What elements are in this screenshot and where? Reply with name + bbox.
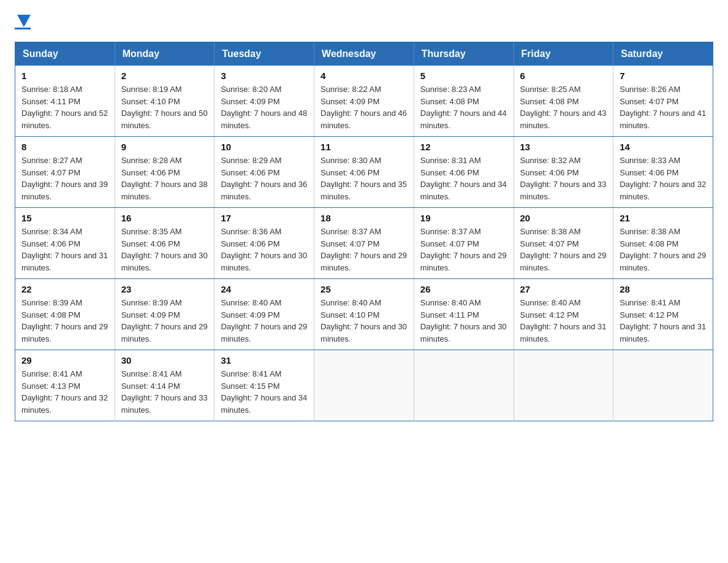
calendar-cell: 28 Sunrise: 8:41 AM Sunset: 4:12 PM Dayl…: [613, 279, 713, 350]
day-number: 12: [420, 142, 507, 152]
day-number: 13: [520, 142, 607, 152]
calendar-cell: 25 Sunrise: 8:40 AM Sunset: 4:10 PM Dayl…: [314, 279, 414, 350]
day-info: Sunrise: 8:40 AM Sunset: 4:09 PM Dayligh…: [221, 297, 308, 345]
day-number: 8: [21, 142, 108, 152]
logo-underline: [15, 28, 31, 29]
day-info: Sunrise: 8:23 AM Sunset: 4:08 PM Dayligh…: [420, 83, 507, 131]
day-info: Sunrise: 8:37 AM Sunset: 4:07 PM Dayligh…: [420, 226, 507, 274]
day-info: Sunrise: 8:40 AM Sunset: 4:11 PM Dayligh…: [420, 297, 507, 345]
day-number: 26: [420, 284, 507, 294]
day-header-friday: Friday: [514, 42, 613, 66]
calendar-cell: 16 Sunrise: 8:35 AM Sunset: 4:06 PM Dayl…: [115, 208, 214, 279]
day-header-monday: Monday: [115, 42, 214, 66]
calendar-cell: 1 Sunrise: 8:18 AM Sunset: 4:11 PM Dayli…: [15, 66, 115, 137]
calendar-cell: 24 Sunrise: 8:40 AM Sunset: 4:09 PM Dayl…: [214, 279, 314, 350]
calendar-cell: 23 Sunrise: 8:39 AM Sunset: 4:09 PM Dayl…: [115, 279, 214, 350]
day-number: 23: [121, 284, 208, 294]
day-number: 22: [21, 284, 108, 294]
day-info: Sunrise: 8:26 AM Sunset: 4:07 PM Dayligh…: [620, 83, 707, 131]
day-info: Sunrise: 8:29 AM Sunset: 4:06 PM Dayligh…: [221, 155, 308, 202]
day-number: 16: [121, 213, 208, 223]
day-info: Sunrise: 8:30 AM Sunset: 4:06 PM Dayligh…: [320, 155, 408, 202]
day-header-thursday: Thursday: [414, 42, 514, 66]
day-number: 25: [320, 284, 408, 294]
day-number: 2: [121, 71, 208, 81]
day-number: 6: [520, 71, 607, 81]
day-info: Sunrise: 8:35 AM Sunset: 4:06 PM Dayligh…: [121, 226, 208, 274]
day-number: 14: [620, 142, 707, 152]
day-number: 7: [620, 71, 707, 81]
calendar-cell: 11 Sunrise: 8:30 AM Sunset: 4:06 PM Dayl…: [314, 137, 414, 208]
day-info: Sunrise: 8:33 AM Sunset: 4:06 PM Dayligh…: [620, 155, 707, 202]
day-number: 17: [221, 213, 308, 223]
svg-marker-0: [17, 15, 31, 27]
day-info: Sunrise: 8:40 AM Sunset: 4:12 PM Dayligh…: [520, 297, 607, 345]
calendar-cell: 3 Sunrise: 8:20 AM Sunset: 4:09 PM Dayli…: [214, 66, 314, 137]
calendar-cell: [514, 350, 613, 421]
day-number: 18: [320, 213, 408, 223]
day-info: Sunrise: 8:22 AM Sunset: 4:09 PM Dayligh…: [320, 83, 408, 131]
calendar-cell: 12 Sunrise: 8:31 AM Sunset: 4:06 PM Dayl…: [414, 137, 514, 208]
calendar-cell: [414, 350, 514, 421]
calendar-cell: 2 Sunrise: 8:19 AM Sunset: 4:10 PM Dayli…: [115, 66, 214, 137]
calendar-cell: 9 Sunrise: 8:28 AM Sunset: 4:06 PM Dayli…: [115, 137, 214, 208]
day-info: Sunrise: 8:41 AM Sunset: 4:13 PM Dayligh…: [21, 368, 108, 416]
calendar-week-row: 1 Sunrise: 8:18 AM Sunset: 4:11 PM Dayli…: [15, 66, 713, 137]
calendar-cell: 21 Sunrise: 8:38 AM Sunset: 4:08 PM Dayl…: [613, 208, 713, 279]
calendar-cell: 31 Sunrise: 8:41 AM Sunset: 4:15 PM Dayl…: [214, 350, 314, 421]
calendar-cell: 18 Sunrise: 8:37 AM Sunset: 4:07 PM Dayl…: [314, 208, 414, 279]
day-number: 30: [121, 355, 208, 366]
calendar-cell: 10 Sunrise: 8:29 AM Sunset: 4:06 PM Dayl…: [214, 137, 314, 208]
day-number: 9: [121, 142, 208, 152]
day-info: Sunrise: 8:36 AM Sunset: 4:06 PM Dayligh…: [221, 226, 308, 274]
calendar-cell: 15 Sunrise: 8:34 AM Sunset: 4:06 PM Dayl…: [15, 208, 115, 279]
calendar-cell: 29 Sunrise: 8:41 AM Sunset: 4:13 PM Dayl…: [15, 350, 115, 421]
calendar-cell: [613, 350, 713, 421]
calendar-cell: 22 Sunrise: 8:39 AM Sunset: 4:08 PM Dayl…: [15, 279, 115, 350]
calendar-cell: 4 Sunrise: 8:22 AM Sunset: 4:09 PM Dayli…: [314, 66, 414, 137]
calendar-cell: 19 Sunrise: 8:37 AM Sunset: 4:07 PM Dayl…: [414, 208, 514, 279]
page-header: [15, 15, 713, 29]
day-info: Sunrise: 8:41 AM Sunset: 4:12 PM Dayligh…: [620, 297, 707, 345]
logo: [15, 15, 31, 29]
day-header-saturday: Saturday: [613, 42, 713, 66]
day-info: Sunrise: 8:40 AM Sunset: 4:10 PM Dayligh…: [320, 297, 408, 345]
day-info: Sunrise: 8:32 AM Sunset: 4:06 PM Dayligh…: [520, 155, 607, 202]
day-number: 4: [320, 71, 408, 81]
calendar-cell: 27 Sunrise: 8:40 AM Sunset: 4:12 PM Dayl…: [514, 279, 613, 350]
day-info: Sunrise: 8:25 AM Sunset: 4:08 PM Dayligh…: [520, 83, 607, 131]
day-info: Sunrise: 8:27 AM Sunset: 4:07 PM Dayligh…: [21, 155, 108, 202]
day-number: 31: [221, 355, 308, 366]
calendar-cell: 17 Sunrise: 8:36 AM Sunset: 4:06 PM Dayl…: [214, 208, 314, 279]
day-header-tuesday: Tuesday: [214, 42, 314, 66]
day-number: 28: [620, 284, 707, 294]
calendar-cell: [314, 350, 414, 421]
calendar-week-row: 22 Sunrise: 8:39 AM Sunset: 4:08 PM Dayl…: [15, 279, 713, 350]
day-info: Sunrise: 8:28 AM Sunset: 4:06 PM Dayligh…: [121, 155, 208, 202]
day-number: 20: [520, 213, 607, 223]
day-info: Sunrise: 8:39 AM Sunset: 4:09 PM Dayligh…: [121, 297, 208, 345]
calendar-cell: 20 Sunrise: 8:38 AM Sunset: 4:07 PM Dayl…: [514, 208, 613, 279]
day-info: Sunrise: 8:19 AM Sunset: 4:10 PM Dayligh…: [121, 83, 208, 131]
day-info: Sunrise: 8:38 AM Sunset: 4:08 PM Dayligh…: [620, 226, 707, 274]
day-info: Sunrise: 8:41 AM Sunset: 4:15 PM Dayligh…: [221, 368, 308, 416]
calendar-header-row: SundayMondayTuesdayWednesdayThursdayFrid…: [15, 42, 713, 66]
day-number: 29: [21, 355, 108, 366]
day-number: 21: [620, 213, 707, 223]
calendar-week-row: 15 Sunrise: 8:34 AM Sunset: 4:06 PM Dayl…: [15, 208, 713, 279]
day-number: 19: [420, 213, 507, 223]
day-number: 15: [21, 213, 108, 223]
day-info: Sunrise: 8:20 AM Sunset: 4:09 PM Dayligh…: [221, 83, 308, 131]
day-number: 1: [21, 71, 108, 81]
day-number: 5: [420, 71, 507, 81]
calendar-cell: 30 Sunrise: 8:41 AM Sunset: 4:14 PM Dayl…: [115, 350, 214, 421]
day-info: Sunrise: 8:39 AM Sunset: 4:08 PM Dayligh…: [21, 297, 108, 345]
calendar-week-row: 29 Sunrise: 8:41 AM Sunset: 4:13 PM Dayl…: [15, 350, 713, 421]
calendar-cell: 5 Sunrise: 8:23 AM Sunset: 4:08 PM Dayli…: [414, 66, 514, 137]
day-header-wednesday: Wednesday: [314, 42, 414, 66]
day-number: 11: [320, 142, 408, 152]
calendar-week-row: 8 Sunrise: 8:27 AM Sunset: 4:07 PM Dayli…: [15, 137, 713, 208]
calendar-cell: 14 Sunrise: 8:33 AM Sunset: 4:06 PM Dayl…: [613, 137, 713, 208]
calendar-cell: 13 Sunrise: 8:32 AM Sunset: 4:06 PM Dayl…: [514, 137, 613, 208]
day-info: Sunrise: 8:37 AM Sunset: 4:07 PM Dayligh…: [320, 226, 408, 274]
